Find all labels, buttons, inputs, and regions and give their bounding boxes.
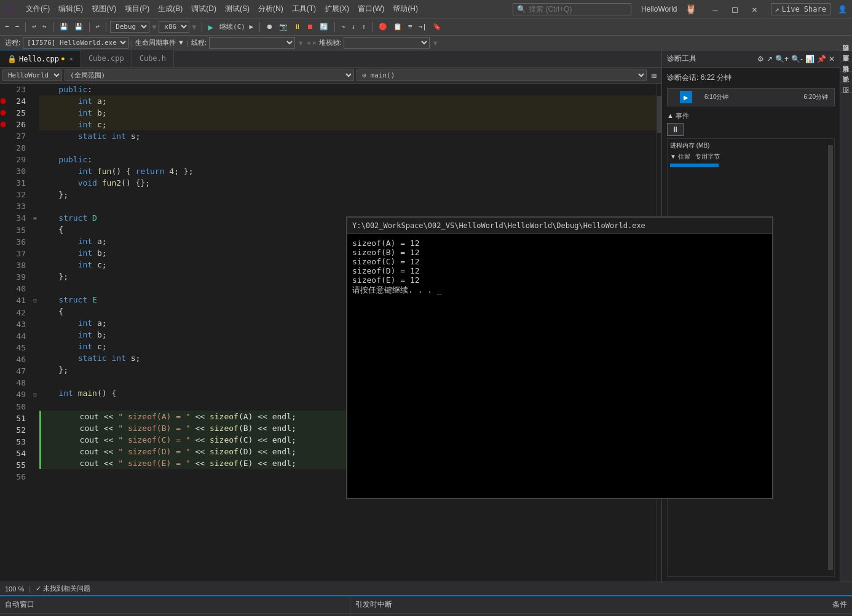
menu-test[interactable]: 测试(S) xyxy=(221,2,253,15)
toolbar-redo[interactable]: ↪ xyxy=(40,22,49,32)
search-input[interactable] xyxy=(529,5,627,14)
auto-search-bar: 🔍 ← → 搜索深度: xyxy=(0,614,350,616)
zoom-level[interactable]: 100 % xyxy=(5,585,24,593)
time-label-2: 6:20分钟 xyxy=(804,93,828,101)
console-output: sizeof(A) = 12 sizeof(B) = 12 sizeof(C) … xyxy=(347,234,772,498)
minimap-thumb[interactable] xyxy=(657,96,661,133)
diag-pause-button[interactable]: ⏸ xyxy=(667,123,684,136)
live-share-icon: ↗ xyxy=(775,5,779,14)
maximize-button[interactable]: □ xyxy=(727,3,744,15)
thread-select[interactable] xyxy=(209,37,295,49)
strip-item-0[interactable]: 活动视图 xyxy=(840,50,852,61)
process-bar: 进程: [17576] HelloWorld.exe | 生命周期事件 ▼ | … xyxy=(0,36,852,50)
strip-item-2[interactable]: 远程调试 xyxy=(840,71,852,82)
events-label: ▲ 事件 xyxy=(667,111,835,120)
platform-select[interactable]: x86 xyxy=(159,21,189,33)
stack-select[interactable] xyxy=(344,37,430,49)
toolbar-tracing[interactable]: →| xyxy=(416,22,429,32)
diagnostics-header: 诊断工具 ⚙ ↗ 🔍+ 🔍- 📊 📌 ✕ xyxy=(662,50,840,68)
close-button[interactable]: ✕ xyxy=(746,3,763,15)
live-share-button[interactable]: ↗ Live Share xyxy=(771,3,830,15)
strip-item-1[interactable]: 遥测信息 xyxy=(840,61,852,71)
toolbar-breakpoints[interactable]: 🔴 xyxy=(376,22,390,32)
toolbar-record[interactable]: ⏺ xyxy=(264,22,275,32)
condition-label: 条件 xyxy=(832,599,847,610)
toolbar-step-into[interactable]: ↓ xyxy=(349,22,358,32)
bp-24[interactable] xyxy=(0,95,6,107)
no-issues-label: ✓ 未找到相关问题 xyxy=(36,584,90,593)
toolbar-step-over[interactable]: ↷ xyxy=(339,22,348,32)
toolbar-bp-list[interactable]: ≡ xyxy=(406,22,415,32)
live-share-label: Live Share xyxy=(782,5,826,14)
diag-settings-icon[interactable]: ⚙ xyxy=(757,55,764,63)
lifecycle-label: 生命周期事件 ▼ xyxy=(135,38,184,47)
menu-analyze[interactable]: 分析(N) xyxy=(254,2,287,15)
menu-bar: 文件(F) 编辑(E) 视图(V) 项目(P) 生成(B) 调试(D) 测试(S… xyxy=(22,2,422,15)
strip-item-4[interactable]: 图 xyxy=(840,92,852,103)
tab-hello-cpp[interactable]: 🔒 Hello.cpp ● ✕ xyxy=(0,50,81,67)
line-26: 26 xyxy=(0,119,39,130)
menu-edit[interactable]: 编辑(E) xyxy=(55,2,87,15)
toolbar-step-out[interactable]: ↑ xyxy=(359,22,368,32)
toolbar-undo2[interactable]: ↩ xyxy=(93,22,103,32)
menu-help[interactable]: 帮助(H) xyxy=(389,2,422,15)
minimize-button[interactable]: — xyxy=(707,3,724,15)
auto-window-header: 自动窗口 xyxy=(0,596,350,614)
exception-title: 引发时中断 xyxy=(355,599,392,610)
expand-icon[interactable]: ⊞ xyxy=(649,71,659,81)
menu-project[interactable]: 项目(P) xyxy=(121,2,153,15)
menu-build[interactable]: 生成(B) xyxy=(154,2,186,15)
toolbar-save-all[interactable]: 💾 xyxy=(57,22,71,32)
toolbar-forward[interactable]: ➡ xyxy=(13,22,22,32)
toolbar-bp-mgr[interactable]: 📋 xyxy=(391,22,404,32)
editor-tabs: 🔒 Hello.cpp ● ✕ Cube.cpp Cube.h xyxy=(0,50,661,68)
bp-23[interactable] xyxy=(0,84,6,95)
toolbar-camera[interactable]: 📷 xyxy=(277,22,290,32)
tab-cube-h[interactable]: Cube.h xyxy=(132,50,174,67)
tab-cube-cpp[interactable]: Cube.cpp xyxy=(81,50,132,67)
menu-window[interactable]: 窗口(W) xyxy=(354,2,388,15)
diagnostics-toolbar: ⚙ ↗ 🔍+ 🔍- 📊 📌 ✕ xyxy=(757,55,835,63)
global-scope-select[interactable]: (全局范围) xyxy=(65,69,354,81)
tag-private: 专用字节 xyxy=(695,152,720,161)
process-select[interactable]: [17576] HelloWorld.exe xyxy=(23,37,128,49)
continue-button[interactable]: ▶ xyxy=(206,21,216,33)
diag-export-icon[interactable]: ↗ xyxy=(767,55,773,63)
toolbar-stop[interactable]: ⏹ xyxy=(304,22,316,32)
toolbar-back[interactable]: ⬅ xyxy=(2,22,12,32)
diag-zoom-out-icon[interactable]: 🔍- xyxy=(791,55,803,63)
menu-debug[interactable]: 调试(D) xyxy=(187,2,220,15)
tab-hello-cpp-close[interactable]: ✕ xyxy=(69,55,73,62)
diagnostics-timeline[interactable]: ▶ 6:10分钟 6:20分钟 xyxy=(667,88,835,106)
search-box[interactable]: 🔍 xyxy=(513,3,631,15)
diag-pin-icon[interactable]: 📌 xyxy=(817,55,826,63)
tag-resident: ▼ 住留 xyxy=(670,152,690,161)
toolbar-save[interactable]: 💾 xyxy=(72,22,85,32)
bp-26[interactable] xyxy=(0,119,6,130)
menu-file[interactable]: 文件(F) xyxy=(22,2,53,15)
title-bar: ⬡ 文件(F) 编辑(E) 视图(V) 项目(P) 生成(B) 调试(D) 测试… xyxy=(0,0,852,18)
debug-config-select[interactable]: Debug xyxy=(110,21,149,33)
user-icon[interactable]: 👤 xyxy=(838,5,847,14)
toolbar-bookmark[interactable]: 🔖 xyxy=(430,22,444,32)
menu-view[interactable]: 视图(V) xyxy=(88,2,120,15)
tab-cube-cpp-label: Cube.cpp xyxy=(89,54,124,63)
diag-scrollbar[interactable] xyxy=(828,145,833,570)
diag-chart-icon[interactable]: 📊 xyxy=(805,55,815,63)
continue-label[interactable]: 继续(C) ▶ xyxy=(217,21,256,33)
process-label: 进程: xyxy=(5,38,20,47)
bp-25[interactable] xyxy=(0,107,6,119)
diag-zoom-in-icon[interactable]: 🔍+ xyxy=(775,55,789,63)
toolbar-undo[interactable]: ↩ xyxy=(30,22,39,32)
toolbar-pause[interactable]: ⏸ xyxy=(291,22,303,32)
chart-bar xyxy=(670,164,719,167)
console-window[interactable]: Y:\002_WorkSpace\002_VS\HelloWorld\Hello… xyxy=(346,216,773,499)
menu-tools[interactable]: 工具(T) xyxy=(288,2,320,15)
diag-close-icon[interactable]: ✕ xyxy=(829,55,835,63)
toolbar: ⬅ ➡ ↩ ↪ 💾 💾 ↩ Debug ▼ x86 ▼ ▶ 继续(C) ▶ ⏺ … xyxy=(0,18,852,36)
menu-extensions[interactable]: 扩展(X) xyxy=(321,2,353,15)
symbol-select[interactable]: ⊙ main() xyxy=(357,69,646,81)
toolbar-restart[interactable]: 🔄 xyxy=(317,22,331,32)
strip-item-3[interactable]: 调试器 xyxy=(840,82,852,92)
project-scope-select[interactable]: HelloWorld xyxy=(2,69,62,81)
